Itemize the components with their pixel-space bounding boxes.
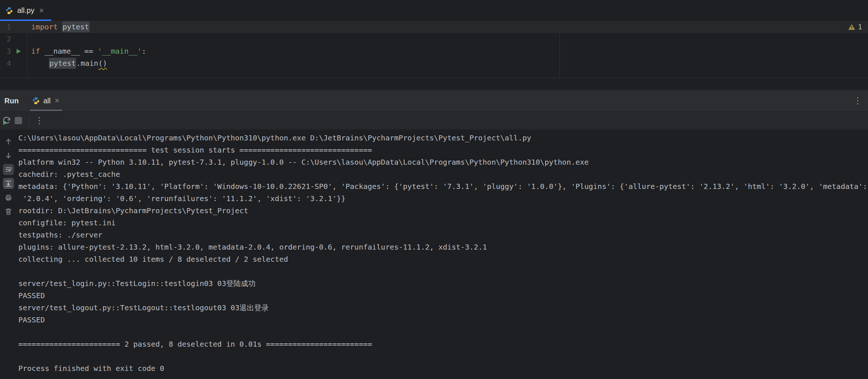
run-console: C:\Users\lasou\AppData\Local\Programs\Py… xyxy=(0,129,868,379)
string-literal-main: '__main__' xyxy=(98,47,142,56)
code-line-4: 4 pytest.main() xyxy=(0,57,868,69)
line-number: 2 xyxy=(0,33,11,45)
soft-wrap-toggle-icon[interactable] xyxy=(3,164,14,175)
code-text-line-1: import pytest xyxy=(27,21,90,33)
editor-tab-bar: all.py × xyxy=(0,0,868,21)
toolbar-more-icon[interactable]: ⋮ xyxy=(33,115,45,126)
down-stack-trace-icon[interactable] xyxy=(3,150,14,161)
gutter-line-4: 4 xyxy=(0,57,27,69)
editor-tab-all-py[interactable]: all.py × xyxy=(0,0,51,21)
editor-tab-close-icon[interactable]: × xyxy=(39,7,45,14)
colon: : xyxy=(142,47,146,56)
console-left-toolbar xyxy=(0,129,17,379)
stop-button[interactable] xyxy=(12,115,24,126)
identifier-name: __name__ xyxy=(44,47,80,56)
editor-console-splitter[interactable] xyxy=(0,78,868,78)
gutter-line-2: 2 xyxy=(0,33,27,45)
gutter-line-1: 1 xyxy=(0,21,27,33)
code-text-line-4: pytest.main() xyxy=(27,57,107,69)
scroll-to-end-icon[interactable] xyxy=(3,178,14,189)
stop-icon xyxy=(15,117,22,124)
keyword-if: if xyxy=(31,47,40,56)
print-icon[interactable] xyxy=(3,192,14,203)
console-output[interactable]: C:\Users\lasou\AppData\Local\Programs\Py… xyxy=(18,129,868,379)
rerun-button[interactable] xyxy=(1,115,12,126)
inspection-widget[interactable]: 1 xyxy=(846,22,864,32)
line-number: 4 xyxy=(0,57,11,69)
pycharm-window: all.py × 1 import pytest 1 xyxy=(0,0,868,379)
code-editor[interactable]: 1 import pytest 1 2 xyxy=(0,21,868,78)
run-tab-label: all xyxy=(43,97,51,105)
python-run-icon xyxy=(32,97,40,105)
run-tab-all[interactable]: all × xyxy=(28,90,65,111)
warning-count: 1 xyxy=(858,21,862,33)
code-text-line-3: if __name__ == '__main__': xyxy=(27,45,146,57)
toolbar-separator xyxy=(29,115,30,126)
clear-console-icon[interactable] xyxy=(3,206,14,217)
warning-icon xyxy=(848,23,856,31)
toolwindow-options-icon[interactable]: ⋮ xyxy=(851,96,864,106)
run-toolwindow-header: Run all × ⋮ xyxy=(0,90,868,111)
weak-warning-parens: () xyxy=(98,59,107,68)
code-line-2: 2 xyxy=(0,33,868,45)
operator: == xyxy=(80,47,97,56)
space xyxy=(58,22,62,31)
code-line-1: 1 import pytest 1 xyxy=(0,21,868,33)
line-number: 1 xyxy=(0,21,11,33)
run-tab-underline xyxy=(30,110,62,111)
run-tab-close-icon[interactable]: × xyxy=(54,97,60,104)
run-toolbar: ⋮ xyxy=(0,111,868,129)
line-number: 3 xyxy=(0,45,11,57)
kebab-glyph: ⋮ xyxy=(33,115,46,126)
method-call: .main xyxy=(76,59,98,68)
space xyxy=(40,47,44,56)
gutter-line-3: 3 xyxy=(0,45,27,57)
highlighted-identifier-pytest: pytest xyxy=(49,58,76,69)
editor-tab-label: all.py xyxy=(17,6,35,15)
keyword-import: import xyxy=(31,22,58,31)
python-file-icon xyxy=(5,7,13,15)
code-line-3: 3 if __name__ == '__main__': xyxy=(0,45,868,57)
highlighted-identifier-pytest: pytest xyxy=(62,21,89,32)
run-toolwindow-title: Run xyxy=(4,97,19,105)
run-line-icon[interactable] xyxy=(15,48,22,54)
up-stack-trace-icon[interactable] xyxy=(3,136,14,147)
indent xyxy=(31,59,49,68)
